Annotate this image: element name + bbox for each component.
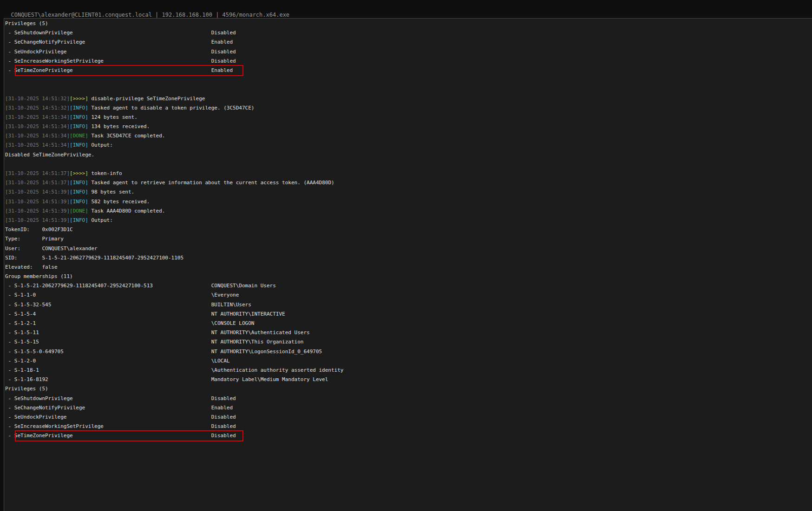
log-tag: [INFO] [70, 199, 88, 205]
highlight-box [15, 65, 243, 76]
log-timestamp: [31-10-2025 14:51:32] [5, 105, 70, 111]
log-message: Output: [88, 217, 113, 223]
console-line: - S-1-1-0 \Everyone [4, 291, 812, 300]
log-timestamp: [31-10-2025 14:51:34] [5, 133, 70, 139]
console-line [4, 160, 812, 169]
log-message: Task AAA4D80D completed. [88, 208, 165, 214]
console-line: [31-10-2025 14:51:34][INFO] Output: [4, 141, 812, 150]
console-line: - S-1-5-11 NT AUTHORITY\Authenticated Us… [4, 328, 812, 337]
console-line: Privileges (5) [4, 19, 812, 28]
console-line: [31-10-2025 14:51:34][DONE] Task 3C5D47C… [4, 131, 812, 141]
console-line: - SeChangeNotifyPrivilege Enabled [4, 38, 812, 47]
console-line: - SeShutdownPrivilege Disabled [4, 28, 812, 38]
console-line: Group memberships (11) [4, 272, 812, 281]
log-message: 134 bytes received. [88, 123, 150, 129]
session-title-text: CONQUEST\alexander@CLIENT01.conquest.loc… [11, 12, 289, 18]
log-tag: [INFO] [70, 114, 88, 120]
log-message: Tasked agent to disable a token privileg… [88, 105, 255, 111]
console-line: - SeTimeZonePrivilege Enabled [4, 66, 812, 75]
log-tag: [DONE] [70, 133, 88, 139]
log-message: 582 bytes received. [88, 199, 150, 205]
log-message: Tasked agent to retrieve information abo… [88, 180, 334, 186]
log-message: 98 bytes sent. [88, 189, 134, 195]
log-timestamp: [31-10-2025 14:51:39] [5, 189, 70, 195]
console-line: Privileges (5) [4, 384, 812, 394]
console-line: User: CONQUEST\alexander [4, 244, 812, 253]
console-line [4, 84, 812, 94]
log-tag: [INFO] [70, 105, 88, 111]
console-line: - SeIncreaseWorkingSetPrivilege Disabled [4, 57, 812, 66]
log-message: 124 bytes sent. [88, 114, 138, 120]
console-line: - SeUndockPrivilege Disabled [4, 47, 812, 57]
log-tag: [>>>>] [70, 170, 88, 176]
log-message: Output: [88, 142, 113, 148]
console-line: [31-10-2025 14:51:34][INFO] 134 bytes re… [4, 122, 812, 131]
log-timestamp: [31-10-2025 14:51:39] [5, 217, 70, 223]
console-line: [31-10-2025 14:51:39][DONE] Task AAA4D80… [4, 207, 812, 216]
log-timestamp: [31-10-2025 14:51:32] [5, 96, 70, 102]
console-line: [31-10-2025 14:51:32][INFO] Tasked agent… [4, 103, 812, 113]
console-line: - S-1-5-4 NT AUTHORITY\INTERACTIVE [4, 310, 812, 319]
console-line: - S-1-2-0 \LOCAL [4, 356, 812, 366]
console-line: - SeTimeZonePrivilege Disabled [4, 431, 812, 440]
console-line: - SeShutdownPrivilege Disabled [4, 394, 812, 403]
console-line: - SeUndockPrivilege Disabled [4, 413, 812, 422]
console-line: TokenID: 0x002F3D1C [4, 225, 812, 234]
console-line: - S-1-5-15 NT AUTHORITY\This Organizatio… [4, 337, 812, 347]
session-titlebar: CONQUEST\alexander@CLIENT01.conquest.loc… [0, 0, 812, 18]
log-timestamp: [31-10-2025 14:51:39] [5, 199, 70, 205]
console-line: - S-1-2-1 \CONSOLE LOGON [4, 319, 812, 328]
log-tag: [INFO] [70, 180, 88, 186]
log-tag: [INFO] [70, 123, 88, 129]
log-tag: [INFO] [70, 142, 88, 148]
console-line: - S-1-5-32-545 BUILTIN\Users [4, 300, 812, 310]
log-timestamp: [31-10-2025 14:51:34] [5, 142, 70, 148]
console-line: - S-1-5-21-2062779629-1118245407-2952427… [4, 281, 812, 291]
console-line: Type: Primary [4, 234, 812, 244]
log-message: disable-privilege SeTimeZonePrivilege [88, 96, 205, 102]
console-line: SID: S-1-5-21-2062779629-1118245407-2952… [4, 253, 812, 263]
log-tag: [INFO] [70, 189, 88, 195]
console-line: - S-1-16-8192 Mandatory Label\Medium Man… [4, 375, 812, 384]
console-line: [31-10-2025 14:51:37][INFO] Tasked agent… [4, 178, 812, 188]
console-line: [31-10-2025 14:51:37][>>>>] token-info [4, 169, 812, 178]
console-line: - SeIncreaseWorkingSetPrivilege Disabled [4, 422, 812, 431]
log-tag: [INFO] [70, 217, 88, 223]
console-line: Disabled SeTimeZonePrivilege. [4, 150, 812, 160]
console-line: [31-10-2025 14:51:34][INFO] 124 bytes se… [4, 113, 812, 122]
console-line: Elevated: false [4, 263, 812, 272]
log-message: token-info [88, 170, 122, 176]
console-pane[interactable]: Privileges (5) - SeShutdownPrivilege Dis… [4, 18, 812, 511]
console-line: - SeChangeNotifyPrivilege Enabled [4, 403, 812, 413]
console-line: [31-10-2025 14:51:39][INFO] Output: [4, 216, 812, 225]
console-line: [31-10-2025 14:51:32][>>>>] disable-priv… [4, 94, 812, 103]
log-tag: [DONE] [70, 208, 88, 214]
log-timestamp: [31-10-2025 14:51:37] [5, 170, 70, 176]
highlight-box [15, 430, 243, 441]
log-timestamp: [31-10-2025 14:51:37] [5, 180, 70, 186]
console-line: - S-1-18-1 \Authentication authority ass… [4, 366, 812, 375]
log-timestamp: [31-10-2025 14:51:34] [5, 114, 70, 120]
console-line: - S-1-5-5-0-649705 NT AUTHORITY\LogonSes… [4, 347, 812, 356]
console-line [4, 75, 812, 84]
log-message: Task 3C5D47CE completed. [88, 133, 165, 139]
console-line: [31-10-2025 14:51:39][INFO] 582 bytes re… [4, 197, 812, 207]
console-line: [31-10-2025 14:51:39][INFO] 98 bytes sen… [4, 188, 812, 197]
console-output: Privileges (5) - SeShutdownPrivilege Dis… [4, 19, 812, 440]
log-timestamp: [31-10-2025 14:51:34] [5, 123, 70, 129]
log-timestamp: [31-10-2025 14:51:39] [5, 208, 70, 214]
log-tag: [>>>>] [70, 96, 88, 102]
